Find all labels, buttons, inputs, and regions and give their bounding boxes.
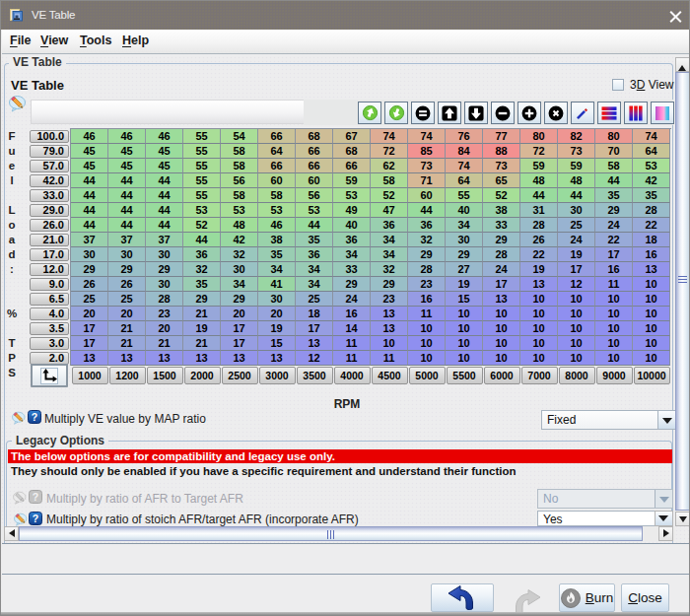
svg-text:?: ?	[32, 411, 37, 423]
svg-text:?: ?	[33, 491, 38, 503]
svg-text:?: ?	[33, 513, 38, 524]
